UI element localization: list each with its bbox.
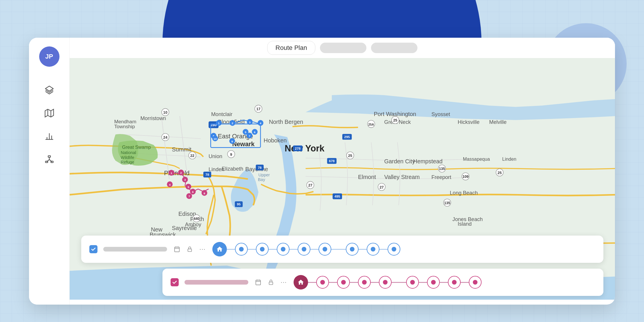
route-2-more-icon[interactable]: ···: [280, 278, 288, 286]
layers-icon[interactable]: [44, 84, 55, 96]
svg-text:2: 2: [232, 122, 234, 125]
svg-text:Newark: Newark: [232, 140, 255, 148]
svg-text:109: 109: [462, 175, 468, 179]
route-1-stop-6: [346, 243, 359, 256]
route-1-stops: [212, 242, 595, 256]
avatar[interactable]: JP: [39, 46, 59, 67]
svg-text:Garden City: Garden City: [384, 158, 415, 164]
svg-text:135: 135: [439, 167, 445, 171]
svg-text:135: 135: [444, 201, 450, 205]
svg-text:Syosset: Syosset: [431, 111, 450, 117]
tab-pill-1[interactable]: [320, 43, 366, 53]
lock-icon[interactable]: [186, 245, 194, 253]
svg-marker-1: [45, 109, 53, 117]
route-1-checkbox[interactable]: [89, 245, 97, 253]
svg-text:278: 278: [295, 146, 301, 150]
svg-text:Summit: Summit: [172, 146, 192, 153]
route-1-actions: ···: [173, 245, 207, 253]
svg-text:8: 8: [204, 192, 205, 195]
svg-text:25: 25: [498, 171, 502, 175]
svg-text:4: 4: [260, 122, 261, 125]
svg-text:Elizabeth: Elizabeth: [222, 166, 243, 172]
svg-text:295: 295: [344, 135, 350, 139]
svg-text:Long Beach: Long Beach: [450, 190, 478, 196]
svg-text:Elmont: Elmont: [358, 174, 376, 180]
route-2-lock-icon[interactable]: [267, 278, 275, 286]
route-2-home: [294, 275, 308, 290]
more-icon[interactable]: ···: [198, 245, 207, 253]
svg-rect-158: [188, 249, 192, 252]
svg-text:Refuge: Refuge: [121, 160, 134, 164]
route-1-stop-1: [235, 243, 248, 256]
route-2-checkbox[interactable]: [171, 278, 179, 286]
svg-text:National: National: [121, 150, 136, 155]
svg-text:Great Swamp: Great Swamp: [122, 144, 151, 150]
svg-text:Bay: Bay: [258, 177, 265, 182]
route-2-stop-5: [406, 276, 419, 289]
svg-text:Hicksville: Hicksville: [458, 119, 480, 125]
svg-text:678: 678: [329, 159, 335, 163]
svg-text:25A: 25A: [368, 123, 374, 126]
svg-text:Morristown: Morristown: [140, 115, 166, 121]
map-icon[interactable]: [44, 107, 55, 119]
main-card: JP: [29, 38, 615, 305]
svg-text:7: 7: [249, 134, 250, 138]
svg-text:Massapequa: Massapequa: [463, 156, 490, 162]
svg-text:440: 440: [193, 217, 200, 221]
svg-text:6: 6: [254, 131, 256, 134]
route-1-name: [103, 247, 167, 252]
sidebar: JP: [29, 38, 70, 305]
svg-text:10: 10: [163, 111, 167, 115]
svg-rect-159: [256, 280, 261, 285]
svg-text:5: 5: [188, 185, 189, 189]
tab-pill-2[interactable]: [371, 43, 417, 53]
svg-text:Union: Union: [209, 153, 222, 159]
svg-text:Wildlife: Wildlife: [121, 155, 134, 160]
svg-text:Linden: Linden: [502, 156, 516, 162]
svg-text:Valley Stream: Valley Stream: [384, 174, 420, 180]
route-2-stop-3: [358, 276, 371, 289]
chart-icon[interactable]: [44, 131, 55, 142]
calendar-icon[interactable]: [173, 245, 181, 253]
svg-text:New York: New York: [285, 143, 325, 153]
route-2-actions: ···: [254, 278, 288, 286]
svg-text:27: 27: [308, 183, 312, 187]
svg-text:78: 78: [258, 166, 262, 169]
svg-text:25: 25: [348, 154, 352, 158]
svg-text:10: 10: [214, 137, 217, 140]
svg-text:5: 5: [245, 131, 247, 134]
route-plan-button[interactable]: Route Plan: [267, 41, 316, 55]
route-2-calendar-icon[interactable]: [254, 278, 262, 286]
network-icon[interactable]: [44, 154, 55, 165]
route-2-stop-7: [448, 276, 461, 289]
svg-text:24: 24: [163, 135, 167, 140]
svg-text:78: 78: [205, 173, 209, 176]
svg-text:2: 2: [180, 171, 182, 174]
svg-text:Freeport: Freeport: [431, 174, 451, 180]
route-1-stop-7: [367, 243, 379, 256]
svg-text:95: 95: [237, 202, 241, 206]
top-bar: Route Plan: [70, 38, 615, 58]
route-2-name: [184, 280, 248, 285]
svg-text:3: 3: [249, 121, 251, 124]
svg-text:3: 3: [184, 178, 186, 181]
route-2-stop-1: [316, 276, 329, 289]
route-1-stop-2: [256, 243, 269, 256]
svg-text:27: 27: [380, 185, 384, 189]
content-area: Route Plan: [70, 38, 615, 305]
svg-text:25: 25: [393, 118, 397, 122]
route-1-stop-5: [319, 243, 331, 256]
svg-text:Township: Township: [114, 124, 135, 129]
svg-text:Upper: Upper: [258, 173, 270, 177]
nav-icons: [44, 84, 55, 165]
svg-text:6: 6: [192, 190, 194, 193]
route-2-stop-2: [337, 276, 350, 289]
svg-text:7: 7: [188, 195, 190, 198]
route-2-stops: [294, 275, 595, 290]
route-2-stop-8: [469, 276, 482, 289]
svg-text:Amboy: Amboy: [185, 222, 201, 227]
svg-rect-8: [48, 156, 50, 157]
svg-rect-154: [175, 247, 180, 252]
route-panels: ···: [81, 236, 603, 296]
route-1-stop-4: [298, 243, 310, 256]
